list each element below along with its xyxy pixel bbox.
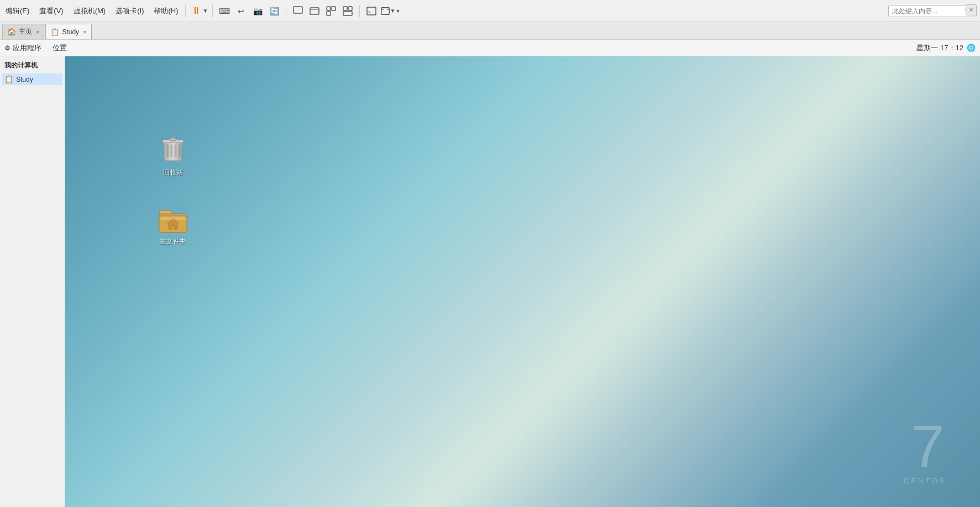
- home-folder-label: 主文件夹: [160, 237, 186, 246]
- main-area: 我的计算机 📋 Study: [0, 56, 980, 507]
- sidebar-item-study[interactable]: 📋 Study: [2, 73, 62, 85]
- revert-button[interactable]: ↩: [234, 4, 248, 18]
- sidebar-item-study-label: Study: [16, 76, 33, 83]
- search-box[interactable]: ▼: [888, 5, 977, 17]
- send-ctrl-alt-del-button[interactable]: ⌨: [217, 4, 232, 18]
- restore-snapshot-button[interactable]: 🔄: [267, 4, 281, 18]
- pause-icon: ⏸: [190, 5, 202, 17]
- tab-home[interactable]: 🏠 主页 ×: [2, 24, 44, 39]
- places-label: 位置: [53, 43, 67, 53]
- study-tab-icon: 📋: [50, 28, 59, 36]
- nav-places[interactable]: 位置: [53, 43, 67, 53]
- trash-svg: [158, 136, 188, 166]
- desktop-area: 回收站 主: [65, 56, 980, 507]
- tab-study[interactable]: 📋 Study ×: [45, 24, 91, 39]
- console-button[interactable]: >_: [364, 4, 379, 18]
- svg-rect-5: [327, 12, 331, 15]
- svg-rect-1: [310, 8, 319, 14]
- separator-4: [359, 5, 360, 17]
- svg-rect-11: [381, 7, 389, 14]
- menu-bar: 编辑(E) 查看(V) 虚拟机(M) 选项卡(I) 帮助(H): [3, 5, 181, 17]
- svg-rect-3: [327, 7, 331, 10]
- unity-button[interactable]: [324, 4, 338, 18]
- svg-rect-17: [175, 144, 177, 157]
- desktop-background: 回收站 主: [65, 56, 980, 507]
- svg-rect-24: [160, 216, 186, 220]
- sidebar: 我的计算机 📋 Study: [0, 56, 65, 507]
- svg-rect-4: [332, 7, 336, 10]
- clock-area: 星期一 17：12 🌐: [916, 43, 976, 53]
- centos-watermark: 7 CENTOS: [904, 416, 947, 485]
- menu-vm[interactable]: 虚拟机(M): [71, 5, 108, 17]
- trash-icon[interactable]: 回收站: [151, 134, 195, 179]
- separator-2: [212, 5, 213, 17]
- tab-study-close[interactable]: ×: [83, 29, 86, 35]
- search-input[interactable]: [892, 7, 964, 15]
- menu-edit[interactable]: 编辑(E): [3, 5, 32, 17]
- normal-view-button[interactable]: [291, 4, 305, 18]
- pause-button[interactable]: ⏸ ▼: [190, 5, 208, 17]
- home-tab-icon: 🏠: [7, 28, 16, 36]
- centos-text: CENTOS: [904, 477, 947, 485]
- svg-text:>_: >_: [368, 9, 374, 14]
- home-folder-icon[interactable]: 主文件夹: [151, 203, 195, 249]
- svg-rect-20: [170, 138, 176, 141]
- applications-label: 应用程序: [13, 43, 41, 53]
- tab-home-close[interactable]: ×: [36, 29, 39, 35]
- separator-3: [286, 5, 286, 17]
- enter-fullscreen-button[interactable]: ▼: [381, 4, 395, 18]
- clock-text: 星期一 17：12: [916, 43, 963, 53]
- multi-monitor-button[interactable]: [340, 4, 355, 18]
- toolbar: × 编辑(E) 查看(V) 虚拟机(M) 选项卡(I) 帮助(H) ⏸ ▼ ⌨ …: [0, 0, 980, 22]
- centos-version-number: 7: [904, 416, 947, 477]
- pause-dropdown-arrow: ▼: [203, 8, 208, 14]
- sidebar-section-my-computer: 我的计算机: [2, 60, 62, 71]
- separator-1: [185, 5, 186, 17]
- svg-rect-7: [348, 7, 352, 10]
- nav-bar: ⚙ 应用程序 位置 星期一 17：12 🌐: [0, 40, 980, 56]
- snapshot-button[interactable]: 📷: [250, 4, 265, 18]
- svg-rect-15: [166, 144, 169, 157]
- menu-help[interactable]: 帮助(H): [151, 5, 180, 17]
- tab-study-label: Study: [62, 28, 79, 36]
- tab-home-label: 主页: [19, 27, 32, 36]
- nav-applications[interactable]: ⚙ 应用程序: [4, 43, 41, 53]
- tab-bar: 🏠 主页 × 📋 Study ×: [0, 22, 980, 40]
- svg-rect-16: [171, 144, 173, 157]
- clock-icon: 🌐: [967, 44, 976, 52]
- svg-rect-0: [294, 7, 302, 13]
- svg-rect-6: [343, 7, 347, 10]
- trash-label: 回收站: [163, 168, 183, 177]
- folder-svg: [158, 205, 188, 235]
- svg-rect-8: [343, 12, 352, 15]
- display-dropdown-arrow[interactable]: ▼: [395, 8, 400, 14]
- svg-rect-18: [179, 144, 181, 157]
- close-button[interactable]: ×: [966, 4, 977, 15]
- menu-tab[interactable]: 选项卡(I): [113, 5, 146, 17]
- study-folder-icon: 📋: [4, 75, 13, 83]
- applications-icon: ⚙: [4, 44, 11, 52]
- fullscreen-button[interactable]: [307, 4, 322, 18]
- menu-view[interactable]: 查看(V): [37, 5, 65, 17]
